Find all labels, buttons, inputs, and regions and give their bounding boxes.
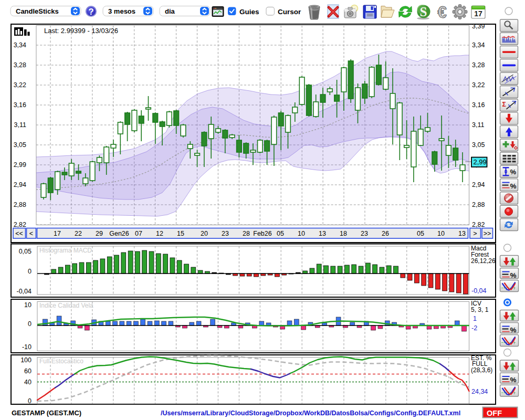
svg-text:3,34: 3,34 — [472, 41, 485, 49]
svg-text:Histograma MACD: Histograma MACD — [39, 247, 92, 254]
svg-text:26: 26 — [382, 230, 389, 237]
svg-text:-10: -10 — [22, 343, 32, 351]
svg-text:GESTAMP (GEST.MC): GESTAMP (GEST.MC) — [12, 409, 81, 417]
svg-text:28: 28 — [243, 230, 250, 237]
svg-text:1: 1 — [473, 315, 477, 322]
svg-text:2,94: 2,94 — [14, 181, 26, 188]
svg-text:%: % — [510, 376, 517, 384]
svg-text:%: % — [510, 168, 517, 176]
svg-text:05: 05 — [277, 230, 284, 237]
svg-text:3,05: 3,05 — [472, 141, 485, 149]
svg-text:-2: -2 — [471, 324, 477, 332]
svg-text:Guies: Guies — [239, 8, 259, 16]
svg-text:15: 15 — [177, 230, 184, 237]
svg-text:0: 0 — [28, 320, 32, 328]
svg-text:2,88: 2,88 — [472, 201, 485, 208]
svg-text:3,16: 3,16 — [14, 101, 26, 109]
svg-text:dia: dia — [165, 7, 175, 15]
svg-text:Full Estocastico: Full Estocastico — [39, 358, 83, 365]
svg-text:2,94: 2,94 — [472, 181, 485, 188]
svg-text:3,39: 3,39 — [472, 23, 485, 30]
svg-text:>: > — [473, 230, 477, 237]
svg-text:OFF: OFF — [487, 409, 502, 417]
svg-text:2,99: 2,99 — [14, 161, 26, 169]
svg-text:26,12,26: 26,12,26 — [471, 257, 496, 265]
svg-text:<<: << — [15, 230, 23, 237]
svg-text:3,16: 3,16 — [472, 101, 485, 109]
svg-text:13: 13 — [458, 230, 466, 237]
svg-text:€: € — [437, 3, 446, 22]
svg-text:0: 0 — [28, 268, 32, 275]
svg-text:3,34: 3,34 — [14, 41, 26, 49]
svg-text:2,99: 2,99 — [474, 158, 487, 166]
svg-text:Gen26: Gen26 — [109, 230, 129, 237]
svg-text:<: < — [29, 230, 33, 237]
svg-text:18: 18 — [340, 230, 347, 237]
svg-text:%: % — [510, 326, 517, 334]
svg-text:40: 40 — [24, 379, 32, 386]
svg-text:-0,04: -0,04 — [17, 288, 32, 295]
svg-text:S: S — [420, 5, 427, 19]
svg-text:22: 22 — [75, 230, 82, 237]
svg-text:/Users/mserra/Library/CloudSto: /Users/mserra/Library/CloudStorage/Dropb… — [161, 410, 460, 417]
svg-text:0,05: 0,05 — [19, 248, 32, 255]
svg-text:2,82: 2,82 — [472, 221, 485, 228]
svg-text:Last: 2.99399 - 13/03/26: Last: 2.99399 - 13/03/26 — [44, 27, 118, 35]
svg-text:17: 17 — [474, 9, 482, 18]
svg-text:>>: >> — [484, 230, 491, 237]
svg-text:3,22: 3,22 — [472, 81, 485, 89]
svg-text:13: 13 — [319, 230, 326, 237]
svg-text:07: 07 — [135, 230, 142, 237]
svg-text:10: 10 — [437, 230, 445, 237]
svg-text:5, 3, 1: 5, 3, 1 — [471, 306, 489, 313]
svg-text:0: 0 — [28, 397, 32, 405]
svg-text:24,34: 24,34 — [471, 388, 488, 395]
svg-text:2,82: 2,82 — [14, 221, 26, 228]
svg-text:100: 100 — [20, 356, 32, 364]
svg-text:Cursor: Cursor — [278, 8, 301, 16]
svg-text:%: % — [510, 182, 517, 190]
svg-text:17: 17 — [54, 230, 61, 237]
svg-text:12: 12 — [156, 230, 163, 237]
svg-text:3,28: 3,28 — [14, 61, 26, 69]
svg-text:Feb26: Feb26 — [253, 230, 271, 237]
svg-text:3,28: 3,28 — [472, 61, 485, 69]
svg-text:2,88: 2,88 — [14, 201, 26, 208]
svg-text:Σ: Σ — [502, 101, 506, 108]
svg-text:3,11: 3,11 — [472, 121, 484, 129]
svg-text:29: 29 — [96, 230, 103, 237]
svg-text:CandleSticks: CandleSticks — [16, 7, 59, 15]
svg-text:05: 05 — [417, 230, 424, 237]
svg-text:10: 10 — [298, 230, 305, 237]
svg-text:%: % — [510, 271, 517, 279]
svg-text:23: 23 — [222, 230, 229, 237]
svg-text:(28,3,6): (28,3,6) — [471, 366, 492, 374]
svg-text:3,22: 3,22 — [14, 81, 26, 89]
svg-text:3,05: 3,05 — [14, 141, 26, 149]
svg-text:10: 10 — [24, 301, 32, 309]
svg-text:3 mesos: 3 mesos — [108, 7, 135, 15]
svg-text:?: ? — [88, 7, 93, 16]
svg-text:20: 20 — [201, 230, 208, 237]
svg-text:Indice Calidad Vela: Indice Calidad Vela — [39, 302, 93, 309]
svg-text:3,11: 3,11 — [14, 121, 26, 129]
svg-text:-0,04: -0,04 — [471, 287, 487, 295]
svg-text:23: 23 — [361, 230, 368, 237]
svg-text:60: 60 — [24, 368, 32, 375]
